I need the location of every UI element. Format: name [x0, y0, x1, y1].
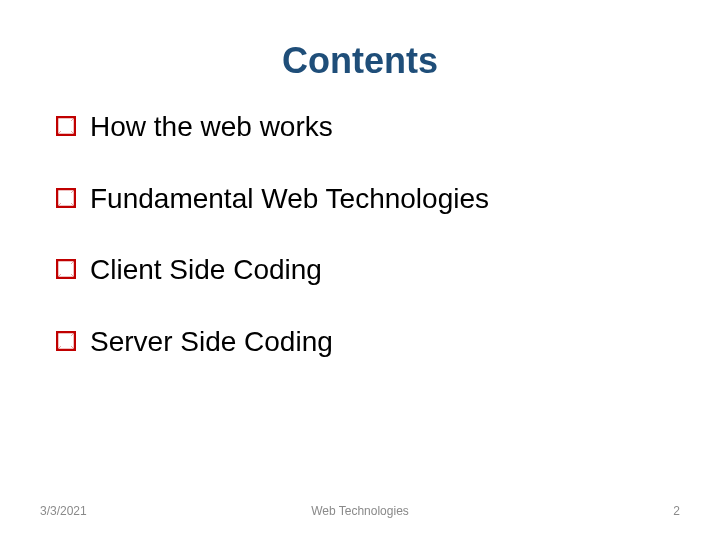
footer-title: Web Technologies: [311, 504, 409, 518]
slide-title: Contents: [50, 40, 670, 82]
bullet-text: Fundamental Web Technologies: [90, 182, 489, 216]
bullet-text: Client Side Coding: [90, 253, 322, 287]
square-bullet-icon: [56, 188, 76, 208]
bullet-text: How the web works: [90, 110, 333, 144]
slide-footer: 3/3/2021 Web Technologies 2: [0, 504, 720, 518]
list-item: How the web works: [56, 110, 670, 144]
slide-container: Contents How the web works Fundamental W…: [0, 0, 720, 540]
footer-page-number: 2: [673, 504, 680, 518]
square-bullet-icon: [56, 116, 76, 136]
list-item: Server Side Coding: [56, 325, 670, 359]
bullet-list: How the web works Fundamental Web Techno…: [50, 110, 670, 358]
square-bullet-icon: [56, 259, 76, 279]
square-bullet-icon: [56, 331, 76, 351]
list-item: Client Side Coding: [56, 253, 670, 287]
footer-date: 3/3/2021: [40, 504, 87, 518]
bullet-text: Server Side Coding: [90, 325, 333, 359]
list-item: Fundamental Web Technologies: [56, 182, 670, 216]
